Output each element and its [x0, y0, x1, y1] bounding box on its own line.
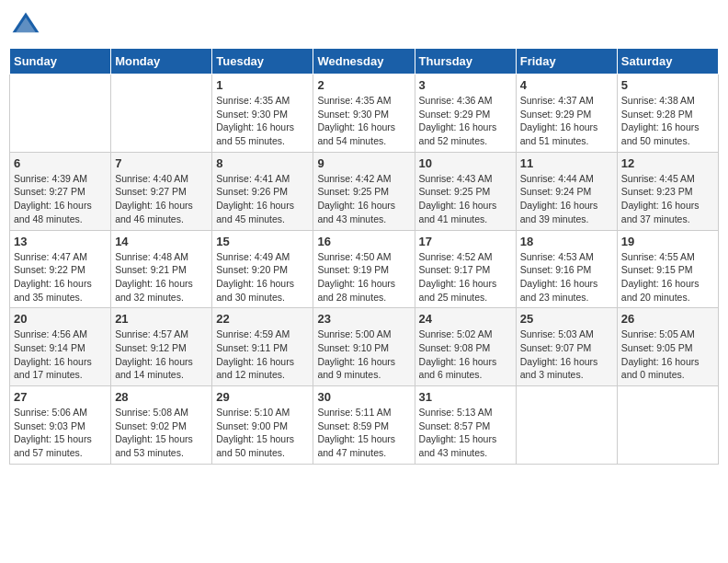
- col-header-sunday: Sunday: [10, 49, 111, 75]
- page-header: [9, 9, 719, 42]
- day-cell: 1Sunrise: 4:35 AM Sunset: 9:30 PM Daylig…: [212, 75, 313, 153]
- day-info: Sunrise: 4:38 AM Sunset: 9:28 PM Dayligh…: [621, 94, 714, 148]
- day-cell: 2Sunrise: 4:35 AM Sunset: 9:30 PM Daylig…: [313, 75, 415, 153]
- col-header-tuesday: Tuesday: [212, 49, 313, 75]
- day-cell: 23Sunrise: 5:00 AM Sunset: 9:10 PM Dayli…: [313, 308, 415, 386]
- day-info: Sunrise: 4:45 AM Sunset: 9:23 PM Dayligh…: [621, 172, 714, 226]
- header-row: SundayMondayTuesdayWednesdayThursdayFrid…: [10, 49, 719, 75]
- day-cell: 13Sunrise: 4:47 AM Sunset: 9:22 PM Dayli…: [10, 230, 111, 308]
- day-number: 8: [216, 156, 309, 170]
- day-cell: 4Sunrise: 4:37 AM Sunset: 9:29 PM Daylig…: [516, 75, 617, 153]
- day-info: Sunrise: 5:10 AM Sunset: 9:00 PM Dayligh…: [216, 406, 309, 460]
- day-info: Sunrise: 4:55 AM Sunset: 9:15 PM Dayligh…: [621, 250, 714, 304]
- day-info: Sunrise: 5:00 AM Sunset: 9:10 PM Dayligh…: [317, 327, 410, 382]
- day-number: 31: [419, 390, 512, 404]
- day-cell: 28Sunrise: 5:08 AM Sunset: 9:02 PM Dayli…: [111, 386, 212, 465]
- day-cell: 31Sunrise: 5:13 AM Sunset: 8:57 PM Dayli…: [415, 386, 516, 465]
- day-info: Sunrise: 5:06 AM Sunset: 9:03 PM Dayligh…: [14, 406, 107, 460]
- day-info: Sunrise: 4:57 AM Sunset: 9:12 PM Dayligh…: [115, 327, 208, 382]
- day-cell: 18Sunrise: 4:53 AM Sunset: 9:16 PM Dayli…: [516, 230, 617, 308]
- day-number: 1: [216, 78, 309, 92]
- day-cell: 16Sunrise: 4:50 AM Sunset: 9:19 PM Dayli…: [313, 230, 415, 308]
- day-cell: 19Sunrise: 4:55 AM Sunset: 9:15 PM Dayli…: [617, 230, 718, 308]
- logo-icon: [9, 9, 42, 42]
- day-info: Sunrise: 4:50 AM Sunset: 9:19 PM Dayligh…: [317, 250, 410, 304]
- day-number: 4: [520, 78, 613, 92]
- day-number: 7: [115, 156, 208, 170]
- col-header-friday: Friday: [516, 49, 617, 75]
- day-cell: 5Sunrise: 4:38 AM Sunset: 9:28 PM Daylig…: [617, 75, 718, 153]
- day-info: Sunrise: 4:42 AM Sunset: 9:25 PM Dayligh…: [317, 172, 410, 226]
- day-cell: 27Sunrise: 5:06 AM Sunset: 9:03 PM Dayli…: [10, 386, 111, 465]
- day-info: Sunrise: 4:56 AM Sunset: 9:14 PM Dayligh…: [14, 327, 107, 382]
- day-cell: 12Sunrise: 4:45 AM Sunset: 9:23 PM Dayli…: [617, 152, 718, 230]
- day-cell: 30Sunrise: 5:11 AM Sunset: 8:59 PM Dayli…: [313, 386, 415, 465]
- day-number: 17: [419, 235, 512, 248]
- day-number: 12: [621, 156, 714, 170]
- day-info: Sunrise: 5:11 AM Sunset: 8:59 PM Dayligh…: [317, 406, 410, 460]
- col-header-wednesday: Wednesday: [313, 49, 415, 75]
- day-number: 18: [520, 235, 613, 248]
- day-info: Sunrise: 4:49 AM Sunset: 9:20 PM Dayligh…: [216, 250, 309, 304]
- calendar: SundayMondayTuesdayWednesdayThursdayFrid…: [9, 48, 719, 465]
- day-info: Sunrise: 4:37 AM Sunset: 9:29 PM Dayligh…: [520, 94, 613, 148]
- day-number: 25: [520, 312, 613, 326]
- day-cell: [617, 386, 718, 465]
- logo: [9, 9, 46, 42]
- day-cell: [10, 75, 111, 153]
- day-info: Sunrise: 4:52 AM Sunset: 9:17 PM Dayligh…: [419, 250, 512, 304]
- day-info: Sunrise: 4:41 AM Sunset: 9:26 PM Dayligh…: [216, 172, 309, 226]
- day-number: 16: [317, 235, 410, 248]
- day-cell: 3Sunrise: 4:36 AM Sunset: 9:29 PM Daylig…: [415, 75, 516, 153]
- day-number: 20: [14, 312, 107, 326]
- day-info: Sunrise: 4:53 AM Sunset: 9:16 PM Dayligh…: [520, 250, 613, 304]
- day-info: Sunrise: 5:08 AM Sunset: 9:02 PM Dayligh…: [115, 406, 208, 460]
- day-info: Sunrise: 4:48 AM Sunset: 9:21 PM Dayligh…: [115, 250, 208, 304]
- day-number: 5: [621, 78, 714, 92]
- week-row-4: 20Sunrise: 4:56 AM Sunset: 9:14 PM Dayli…: [10, 308, 719, 386]
- day-number: 14: [115, 235, 208, 248]
- day-info: Sunrise: 4:40 AM Sunset: 9:27 PM Dayligh…: [115, 172, 208, 226]
- day-info: Sunrise: 4:35 AM Sunset: 9:30 PM Dayligh…: [317, 94, 410, 148]
- day-number: 9: [317, 156, 410, 170]
- day-info: Sunrise: 4:35 AM Sunset: 9:30 PM Dayligh…: [216, 94, 309, 148]
- day-cell: [516, 386, 617, 465]
- day-cell: 21Sunrise: 4:57 AM Sunset: 9:12 PM Dayli…: [111, 308, 212, 386]
- day-number: 27: [14, 390, 107, 404]
- day-number: 30: [317, 390, 410, 404]
- day-number: 21: [115, 312, 208, 326]
- day-number: 10: [419, 156, 512, 170]
- day-cell: 20Sunrise: 4:56 AM Sunset: 9:14 PM Dayli…: [10, 308, 111, 386]
- day-cell: 26Sunrise: 5:05 AM Sunset: 9:05 PM Dayli…: [617, 308, 718, 386]
- day-cell: 6Sunrise: 4:39 AM Sunset: 9:27 PM Daylig…: [10, 152, 111, 230]
- day-number: 24: [419, 312, 512, 326]
- day-info: Sunrise: 4:59 AM Sunset: 9:11 PM Dayligh…: [216, 327, 309, 382]
- day-cell: 22Sunrise: 4:59 AM Sunset: 9:11 PM Dayli…: [212, 308, 313, 386]
- day-number: 3: [419, 78, 512, 92]
- day-number: 26: [621, 312, 714, 326]
- day-number: 11: [520, 156, 613, 170]
- day-cell: 24Sunrise: 5:02 AM Sunset: 9:08 PM Dayli…: [415, 308, 516, 386]
- day-number: 19: [621, 235, 714, 248]
- day-number: 28: [115, 390, 208, 404]
- week-row-2: 6Sunrise: 4:39 AM Sunset: 9:27 PM Daylig…: [10, 152, 719, 230]
- day-info: Sunrise: 4:43 AM Sunset: 9:25 PM Dayligh…: [419, 172, 512, 226]
- col-header-thursday: Thursday: [415, 49, 516, 75]
- week-row-5: 27Sunrise: 5:06 AM Sunset: 9:03 PM Dayli…: [10, 386, 719, 465]
- day-info: Sunrise: 4:39 AM Sunset: 9:27 PM Dayligh…: [14, 172, 107, 226]
- day-cell: 15Sunrise: 4:49 AM Sunset: 9:20 PM Dayli…: [212, 230, 313, 308]
- day-cell: 7Sunrise: 4:40 AM Sunset: 9:27 PM Daylig…: [111, 152, 212, 230]
- day-number: 13: [14, 235, 107, 248]
- day-info: Sunrise: 5:02 AM Sunset: 9:08 PM Dayligh…: [419, 327, 512, 382]
- day-number: 6: [14, 156, 107, 170]
- col-header-monday: Monday: [111, 49, 212, 75]
- day-cell: 8Sunrise: 4:41 AM Sunset: 9:26 PM Daylig…: [212, 152, 313, 230]
- day-info: Sunrise: 4:47 AM Sunset: 9:22 PM Dayligh…: [14, 250, 107, 304]
- col-header-saturday: Saturday: [617, 49, 718, 75]
- day-info: Sunrise: 4:36 AM Sunset: 9:29 PM Dayligh…: [419, 94, 512, 148]
- day-info: Sunrise: 4:44 AM Sunset: 9:24 PM Dayligh…: [520, 172, 613, 226]
- week-row-1: 1Sunrise: 4:35 AM Sunset: 9:30 PM Daylig…: [10, 75, 719, 153]
- day-cell: 29Sunrise: 5:10 AM Sunset: 9:00 PM Dayli…: [212, 386, 313, 465]
- day-number: 15: [216, 235, 309, 248]
- day-cell: 17Sunrise: 4:52 AM Sunset: 9:17 PM Dayli…: [415, 230, 516, 308]
